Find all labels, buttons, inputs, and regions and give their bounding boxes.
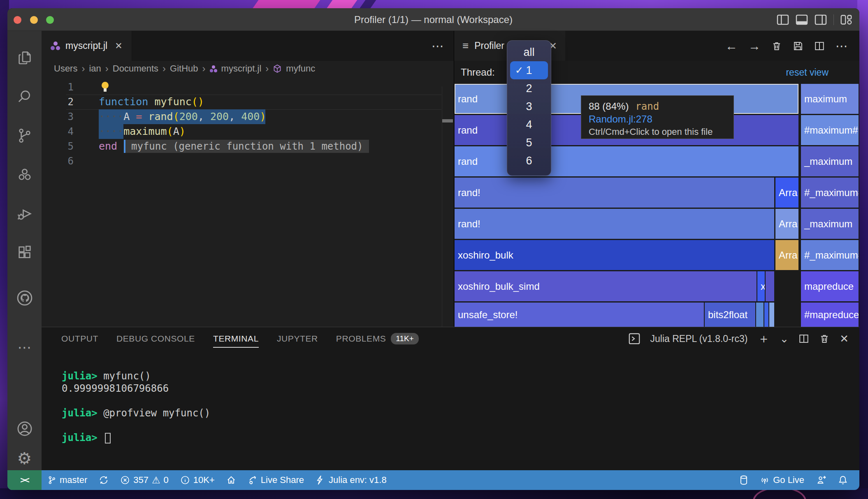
home-item[interactable] (220, 470, 242, 490)
more-views-icon[interactable]: ⋯ (7, 335, 42, 360)
thread-option-6[interactable]: 6 (507, 152, 551, 170)
panel-tab-terminal[interactable]: TERMINAL (213, 327, 259, 350)
toggle-secondary-sidebar-icon[interactable] (815, 14, 827, 25)
kill-terminal-trash-icon[interactable] (819, 333, 830, 344)
go-live-item[interactable]: Go Live (754, 470, 810, 490)
settings-gear-icon[interactable]: ⚙ (7, 446, 42, 471)
code-line[interactable]: 2function myfunc() (42, 95, 454, 109)
flame-segment[interactable]: xoshiro_bulk_simd (455, 271, 757, 301)
thread-dropdown-menu[interactable]: all✓123456 (507, 40, 551, 176)
flame-segment[interactable]: rand! (455, 209, 774, 239)
explorer-icon[interactable] (7, 45, 42, 70)
toggle-panel-icon[interactable] (796, 14, 808, 25)
search-icon[interactable] (7, 84, 42, 109)
flame-segment[interactable]: mapreduce (801, 271, 859, 301)
info-count-item[interactable]: 10K+ (174, 470, 220, 490)
github-icon[interactable] (7, 286, 42, 310)
sync-changes-item[interactable] (93, 470, 114, 490)
terminal-instance-label[interactable]: Julia REPL (v1.8.0-rc3) (650, 333, 748, 344)
problems-item[interactable]: 357 ⚠ 0 (114, 470, 174, 490)
reset-view-link[interactable]: reset view (786, 61, 829, 84)
flame-segment[interactable]: rand (455, 146, 798, 176)
flame-segment[interactable]: _maximum (801, 146, 859, 176)
breadcrumb-item[interactable]: Users (54, 63, 77, 74)
code-line[interactable]: 6 (42, 154, 454, 169)
nav-forward-icon[interactable]: → (748, 39, 761, 53)
source-control-icon[interactable] (7, 123, 42, 148)
save-profile-icon[interactable] (793, 40, 803, 52)
flame-segment[interactable] (769, 303, 774, 327)
thread-option-1[interactable]: ✓1 (510, 61, 548, 79)
flame-segment[interactable]: Arra (775, 178, 798, 208)
account-icon[interactable] (7, 416, 42, 441)
thread-option-4[interactable]: 4 (507, 116, 551, 134)
julia-env-item[interactable]: Julia env: v1.8 (310, 470, 392, 490)
editor-actions-ellipsis-icon[interactable]: ⋯ (432, 31, 444, 61)
split-editor-icon[interactable] (814, 40, 825, 52)
flame-segment[interactable]: xoshiro_bulk (455, 240, 774, 270)
thread-option-3[interactable]: 3 (507, 97, 551, 116)
flame-segment[interactable]: #mapreduce (801, 303, 859, 327)
database-item[interactable] (733, 470, 754, 490)
tab-myscript-jl[interactable]: myscript.jl ✕ (42, 31, 132, 61)
customize-layout-icon[interactable] (840, 14, 852, 25)
code-line[interactable]: 1 (42, 80, 454, 95)
git-branch-item[interactable]: master (42, 470, 93, 490)
breadcrumb-item[interactable]: Documents (113, 63, 158, 74)
run-debug-icon[interactable] (7, 201, 42, 226)
lightbulb-icon[interactable] (102, 82, 109, 89)
extensions-icon[interactable] (7, 240, 42, 265)
breadcrumb-item[interactable]: ian (89, 63, 101, 74)
breadcrumb-item[interactable]: GitHub (170, 63, 198, 74)
nav-back-icon[interactable]: ← (725, 39, 738, 53)
live-share-item[interactable]: Live Share (242, 470, 310, 490)
thread-option-all[interactable]: all (507, 43, 551, 61)
tooltip-file-link[interactable]: Random.jl:278 (589, 113, 726, 125)
terminal-output[interactable]: julia> myfunc()0.9999998106796866julia> … (62, 370, 210, 444)
close-panel-icon[interactable]: ✕ (840, 333, 849, 345)
git-branch-label: master (60, 475, 87, 485)
clear-profile-trash-icon[interactable] (771, 40, 782, 52)
code-token: end (99, 140, 117, 152)
tab-close-icon[interactable]: ✕ (115, 41, 122, 51)
julia-extension-icon[interactable] (7, 162, 42, 187)
flame-segment[interactable]: bits2float (705, 303, 755, 327)
toggle-primary-sidebar-icon[interactable] (777, 14, 789, 25)
code-line[interactable]: 3····A = rand(200, 200, 400) (42, 109, 454, 124)
flame-segment[interactable] (764, 303, 768, 327)
breadcrumb-item[interactable]: myscript.jl (221, 63, 262, 74)
terminal-dropdown-chevron-icon[interactable]: ⌄ (780, 333, 789, 345)
flame-segment[interactable]: rand! (455, 178, 774, 208)
code-line[interactable]: 5endmyfunc (generic function with 1 meth… (42, 139, 454, 154)
thread-option-2[interactable]: 2 (507, 79, 551, 97)
flame-segment[interactable]: unsafe_store! (455, 303, 704, 327)
flame-segment[interactable]: #_maximum# (801, 178, 859, 208)
editor-scrollbar-thumb[interactable] (442, 119, 453, 122)
flame-segment[interactable]: _maximum (801, 209, 859, 239)
remote-indicator[interactable]: >< (7, 470, 42, 490)
flame-segment[interactable]: Arra (775, 240, 798, 270)
terminal-text (97, 432, 103, 444)
flame-segment[interactable] (766, 271, 774, 301)
feedback-item[interactable] (810, 470, 832, 490)
flame-segment[interactable]: xc (757, 271, 765, 301)
titlebar[interactable]: Profiler (1/1) — normal (Workspace) (7, 8, 859, 31)
code-token: ) (179, 125, 186, 137)
code-editor[interactable]: 12function myfunc()3····A = rand(200, 20… (42, 76, 454, 327)
new-terminal-plus-icon[interactable]: ＋ (757, 330, 770, 347)
thread-option-5[interactable]: 5 (507, 134, 551, 152)
breadcrumb-item[interactable]: myfunc (286, 63, 315, 74)
flame-segment[interactable]: maximum (801, 84, 859, 114)
more-actions-ellipsis-icon[interactable]: ⋯ (836, 39, 848, 53)
panel-tab-jupyter[interactable]: JUPYTER (277, 327, 318, 350)
flame-segment[interactable]: #_maximum# (801, 240, 859, 270)
code-line[interactable]: 4····maximum(A) (42, 124, 454, 139)
notifications-bell-icon[interactable] (832, 470, 854, 490)
panel-tab-debug-console[interactable]: DEBUG CONSOLE (116, 327, 195, 350)
panel-tab-output[interactable]: OUTPUT (61, 327, 98, 350)
flame-segment[interactable] (756, 303, 764, 327)
flame-segment[interactable]: Arra (775, 209, 798, 239)
split-terminal-icon[interactable] (798, 333, 809, 344)
panel-tab-problems[interactable]: PROBLEMS11K+ (336, 327, 419, 350)
flame-segment[interactable]: #maximum# (801, 115, 859, 145)
